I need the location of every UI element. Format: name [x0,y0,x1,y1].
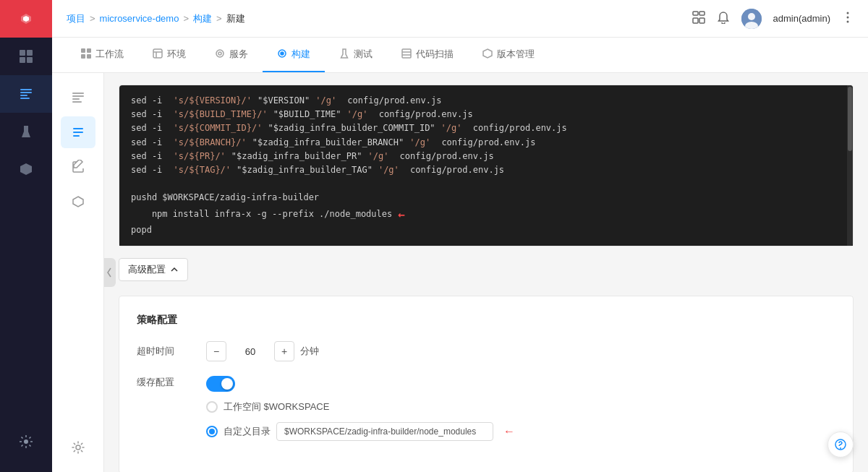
arrow-indicator-2: ← [503,425,515,438]
svg-point-46 [840,447,841,449]
svg-rect-23 [87,48,91,53]
sidebar-icon-test[interactable] [0,113,52,150]
code-line-3: sed -i 's/${COMMIT_ID}/'"$zadig_infra_bu… [131,121,841,135]
inner-sidebar-icon-settings[interactable] [61,432,95,463]
svg-point-11 [24,439,28,444]
breadcrumb-item-build[interactable]: 构建 [193,12,212,25]
arrow-indicator-1: ← [398,205,405,224]
timeout-label: 超时时间 [137,345,195,358]
timeout-value: 60 [232,346,268,357]
strategy-section-title: 策略配置 [137,314,835,327]
inner-sidebar-icon-1[interactable] [61,82,95,113]
breadcrumb-item-project[interactable]: 项目 [67,12,85,25]
svg-rect-24 [81,54,85,59]
svg-point-19 [847,12,849,14]
svg-point-43 [76,445,80,450]
sidebar-icon-project[interactable] [0,75,52,113]
workspace-radio-option[interactable]: 工作空间 $WORKSPACE [206,400,515,413]
svg-point-21 [847,20,849,22]
inner-sidebar [52,73,104,472]
timeout-row: 超时时间 − 60 + 分钟 [137,341,835,361]
code-line-blank [131,177,841,191]
topbar-right: admin(admin) [692,9,854,29]
inner-sidebar-icon-2[interactable] [61,116,95,148]
svg-point-17 [748,13,755,20]
breadcrumb-sep-1: > [90,13,95,24]
code-line-4: sed -i 's/${BRANCH}/'"$zadig_infra_build… [131,136,841,150]
tab-build[interactable]: 构建 [263,38,325,72]
topbar: 项目 > microservice-demo > 构建 > 新建 [52,0,868,38]
breadcrumb-sep-3: > [216,13,222,24]
custom-path-input[interactable] [276,422,493,441]
svg-rect-8 [20,92,32,93]
tab-service[interactable]: 服务 [200,38,263,72]
tab-test-icon [339,48,349,61]
timeout-input-group: − 60 + 分钟 [206,341,319,361]
tab-build-icon [277,48,287,61]
cache-toggle[interactable] [206,376,235,392]
svg-rect-25 [87,54,91,59]
strategy-config-section: 策略配置 超时时间 − 60 + 分钟 缓存配置 [119,296,854,472]
code-editor[interactable]: sed -i 's/${VERSION}/'"$VERSION"'/g' con… [119,85,853,246]
code-line-2: sed -i 's/${BUILD_TIME}/'"$BUILD_TIME"'/… [131,108,841,121]
tab-env-icon [153,48,163,61]
tab-workflow-icon [81,48,91,61]
help-link-button[interactable] [827,432,854,458]
tab-codescan-icon [401,48,412,61]
tab-workflow[interactable]: 工作流 [67,38,138,72]
cache-label: 缓存配置 [137,376,195,389]
svg-rect-33 [402,49,411,58]
main-layout: sed -i 's/${VERSION}/'"$VERSION"'/g' con… [52,73,868,472]
notification-icon[interactable] [717,11,730,27]
nav-tabs: 工作流 环境 服务 [52,38,868,73]
breadcrumb-sep-2: > [183,13,189,24]
page-scroll: sed -i 's/${VERSION}/'"$VERSION"'/g' con… [104,73,868,472]
sidebar-collapse-handle[interactable] [104,258,116,287]
more-icon[interactable] [842,12,854,26]
tab-codescan[interactable]: 代码扫描 [387,38,468,72]
advanced-config-toggle[interactable]: 高级配置 [119,258,188,281]
custom-radio-option[interactable]: 自定义目录 ← [206,422,515,441]
timeout-decrement-button[interactable]: − [206,341,226,361]
tab-env[interactable]: 环境 [138,38,200,72]
svg-rect-10 [20,98,30,99]
svg-rect-26 [153,49,162,58]
inner-sidebar-icon-4[interactable] [61,186,95,218]
svg-rect-42 [73,135,80,137]
tab-codescan-label: 代码扫描 [416,48,454,61]
breadcrumb-item-repo[interactable]: microservice-demo [100,13,179,24]
breadcrumb-item-new: 新建 [226,12,245,25]
sidebar-icon-dashboard[interactable] [0,38,52,75]
svg-rect-6 [27,57,33,63]
code-line-6: sed -i 's/${TAG}/'"$zadig_infra_builder_… [131,163,841,177]
svg-rect-12 [693,12,698,15]
custom-radio-circle [206,426,218,437]
timeout-increment-button[interactable]: + [274,341,294,361]
sidebar-icon-delivery[interactable] [0,150,52,188]
avatar [741,9,762,29]
tab-workflow-label: 工作流 [95,48,124,61]
advanced-toggle-label: 高级配置 [128,263,166,276]
svg-rect-3 [20,50,25,56]
workspace-radio-circle [206,401,218,413]
app-logo[interactable] [0,0,52,38]
tab-version[interactable]: 版本管理 [468,38,549,72]
code-line-popd: popd [131,223,841,237]
svg-rect-38 [72,98,80,100]
svg-point-32 [281,52,284,55]
content-wrapper: 项目 > microservice-demo > 构建 > 新建 [52,0,868,472]
expand-icon[interactable] [692,11,705,27]
inner-sidebar-icon-3[interactable] [61,151,95,183]
svg-rect-22 [81,48,85,53]
tab-test[interactable]: 测试 [325,38,387,72]
tab-test-label: 测试 [354,48,373,61]
cache-row: 缓存配置 工作空间 $WORKSPACE [137,376,835,441]
svg-rect-5 [20,57,25,63]
svg-rect-9 [20,95,27,96]
sidebar-icon-settings[interactable] [0,423,52,460]
user-name: admin(admin) [773,13,830,24]
svg-point-29 [216,50,224,57]
workspace-radio-label: 工作空间 $WORKSPACE [224,400,329,413]
timeout-unit: 分钟 [300,345,319,358]
svg-rect-15 [699,18,705,23]
